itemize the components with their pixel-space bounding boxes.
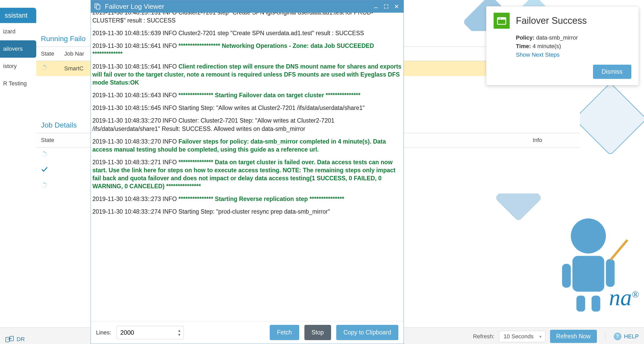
svg-point-7 [45,66,46,67]
svg-point-15 [45,152,46,153]
spinner-icon [41,182,47,188]
svg-point-27 [42,186,42,187]
log-footer: Lines: ▲▼ Fetch Stop Copy to Clipboard [91,321,404,344]
log-line: 2019-11-30 10:48:15::641 INFO Client red… [92,63,402,87]
success-icon [494,13,510,29]
state-cell [36,61,60,76]
log-viewer-title: Failover Log Viewer [105,3,164,11]
spinner-icon [41,151,47,157]
refresh-now-button[interactable]: Refresh Now [550,330,597,343]
dr-dock-item[interactable]: DR [5,336,25,343]
help-icon: ? [614,333,621,340]
log-line: 2019-11-30 10:48:33::271 INFO **********… [92,158,402,190]
svg-point-14 [43,151,45,152]
col-state[interactable]: State [36,47,60,61]
svg-rect-1 [572,256,604,291]
assistant-sidebar: ssistant izard ailovers istory R Testing [0,8,36,92]
svg-point-13 [42,66,43,66]
svg-point-22 [43,182,45,183]
svg-point-23 [45,183,46,184]
col-info[interactable]: Info [528,133,580,147]
log-viewer-window: Failover Log Viewer 2019-11-30 10:48:15:… [91,0,404,344]
svg-point-28 [41,185,42,185]
log-line: 2019-11-30 10:48:15::641 INFO **********… [92,42,402,58]
lines-input[interactable] [116,326,184,339]
log-line: 2019-11-30 10:48:15::639 INFO Cluster2-7… [92,29,402,37]
svg-point-17 [45,155,46,156]
svg-rect-32 [374,8,378,8]
lines-label: Lines: [96,329,111,336]
svg-point-8 [46,67,47,68]
svg-point-20 [41,154,42,154]
divider [605,332,605,341]
svg-point-25 [45,186,46,187]
svg-point-18 [44,156,45,157]
svg-point-0 [571,219,606,253]
state-cell [36,147,67,163]
sidebar-item-wizard[interactable]: izard [0,23,36,40]
svg-point-26 [44,187,45,188]
sidebar-title: ssistant [0,8,36,23]
svg-rect-3 [606,259,615,287]
svg-point-21 [42,152,43,153]
check-icon [41,166,48,173]
decorative-robot [543,212,634,316]
svg-point-12 [41,68,42,68]
log-line: 2019-11-30 10:48:15::643 INFO **********… [92,91,402,99]
svg-point-36 [500,18,501,19]
svg-point-24 [46,185,47,185]
fetch-button[interactable]: Fetch [270,325,299,340]
spinner-icon [41,65,47,71]
log-line: 2019-11-30 10:48:15::645 INFO Starting S… [92,104,402,112]
failover-success-toast: Failover Success Policy: data-smb_mirror… [486,6,639,85]
svg-point-35 [499,18,500,19]
svg-point-10 [44,70,45,71]
state-cell [36,162,67,178]
brand-logo: na® [609,285,639,311]
help-button[interactable]: ? HELP [614,333,639,340]
dismiss-button[interactable]: Dismiss [593,65,632,79]
log-content[interactable]: 2019-11-30 10:48:15::131 INFO Cluster2-7… [91,13,404,321]
sidebar-item-history[interactable]: istory [0,58,36,75]
svg-point-6 [43,65,45,66]
log-viewer-titlebar[interactable]: Failover Log Viewer [91,0,404,13]
log-line: 2019-11-30 10:48:33::274 INFO Starting S… [92,208,402,216]
sidebar-item-failovers[interactable]: ailovers [0,40,36,58]
svg-rect-37 [6,337,9,342]
refresh-interval-select[interactable]: 10 Seconds [499,331,545,342]
svg-rect-4 [576,296,585,312]
svg-point-29 [42,183,43,184]
log-line: 2019-11-30 10:48:33::270 INFO Cluster: C… [92,117,402,133]
copy-clipboard-button[interactable]: Copy to Clipboard [336,325,398,340]
maximize-icon[interactable] [382,3,390,10]
log-line: 2019-11-30 10:48:33::270 INFO Failover s… [92,138,402,154]
svg-point-16 [46,154,47,154]
refresh-label: Refresh: [473,333,494,340]
minimize-icon[interactable] [372,3,380,10]
show-next-steps-link[interactable]: Show Next Steps [516,51,560,58]
log-line: 2019-11-30 10:48:33::273 INFO **********… [92,195,402,203]
log-line: 2019-11-30 10:48:15::131 INFO Cluster2-7… [92,13,402,25]
col-state[interactable]: State [36,133,67,147]
state-cell [36,178,67,193]
svg-point-9 [45,69,46,70]
svg-rect-31 [96,5,100,9]
stepper-arrows[interactable]: ▲▼ [178,329,181,336]
stop-button[interactable]: Stop [304,325,331,340]
sidebar-item-dr-testing[interactable]: R Testing [0,75,36,92]
svg-point-11 [42,69,42,70]
toast-title: Failover Success [516,15,587,26]
log-icon [94,3,101,10]
close-icon[interactable] [393,3,400,10]
svg-point-19 [42,155,42,156]
svg-rect-2 [562,264,571,288]
svg-rect-5 [591,296,600,312]
toast-body: Policy: data-smb_mirror Time: 4 minute(s… [516,33,631,59]
